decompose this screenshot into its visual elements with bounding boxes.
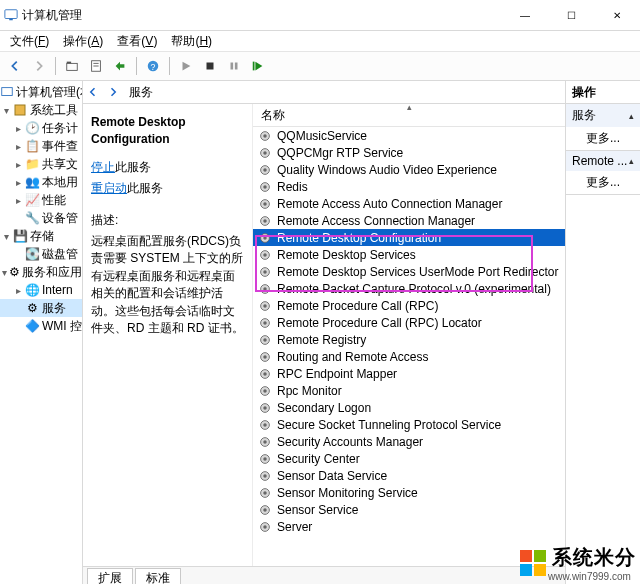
nav-internet[interactable]: ▸🌐Intern <box>0 281 82 299</box>
nav-task-scheduler[interactable]: ▸🕑任务计 <box>0 119 82 137</box>
pause-button[interactable] <box>223 55 245 77</box>
play-button[interactable] <box>175 55 197 77</box>
svg-point-34 <box>263 287 267 291</box>
svg-rect-3 <box>67 62 71 64</box>
center-header-title: 服务 <box>123 84 153 101</box>
restart-service-link[interactable]: 重启动 <box>91 181 127 195</box>
service-name: Sensor Data Service <box>277 469 387 483</box>
tab-extended[interactable]: 扩展 <box>87 568 133 584</box>
service-list[interactable]: 名称 ▴ QQMusicServiceQQPCMgr RTP ServiceQu… <box>253 104 565 566</box>
restart-button[interactable] <box>247 55 269 77</box>
nav-wmi[interactable]: 🔷WMI 控 <box>0 317 82 335</box>
menu-view[interactable]: 查看(V) <box>111 31 163 52</box>
maximize-button[interactable]: ☐ <box>548 0 594 30</box>
svg-rect-9 <box>207 63 214 70</box>
service-row[interactable]: Secure Socket Tunneling Protocol Service <box>253 416 565 433</box>
menu-help[interactable]: 帮助(H) <box>165 31 218 52</box>
service-row[interactable]: Security Center <box>253 450 565 467</box>
nav-root-node[interactable]: 计算机管理(本 <box>0 83 82 101</box>
svg-text:?: ? <box>151 62 156 72</box>
gear-icon <box>257 264 273 280</box>
svg-point-28 <box>263 236 267 240</box>
app-icon <box>0 8 22 22</box>
gear-icon <box>257 213 273 229</box>
stop-button[interactable] <box>199 55 221 77</box>
nav-shared-folders[interactable]: ▸📁共享文 <box>0 155 82 173</box>
stop-service-link[interactable]: 停止 <box>91 160 115 174</box>
gear-icon <box>257 502 273 518</box>
nav-local-users[interactable]: ▸👥本地用 <box>0 173 82 191</box>
service-row[interactable]: Remote Desktop Services UserMode Port Re… <box>253 263 565 280</box>
service-row[interactable]: Redis <box>253 178 565 195</box>
menu-action[interactable]: 操作(A) <box>57 31 109 52</box>
tab-standard[interactable]: 标准 <box>135 568 181 584</box>
column-header-name[interactable]: 名称 ▴ <box>253 104 565 127</box>
forward-button[interactable] <box>28 55 50 77</box>
service-row[interactable]: Remote Desktop Services <box>253 246 565 263</box>
service-row[interactable]: Sensor Monitoring Service <box>253 484 565 501</box>
service-row[interactable]: Secondary Logon <box>253 399 565 416</box>
service-detail-pane: Remote Desktop Configuration 停止此服务 重启动此服… <box>83 104 253 566</box>
gear-icon <box>257 519 273 535</box>
svg-point-18 <box>263 151 267 155</box>
svg-rect-10 <box>231 63 234 70</box>
menu-file[interactable]: 文件(F) <box>4 31 55 52</box>
properties-button[interactable] <box>85 55 107 77</box>
service-name: Redis <box>277 180 308 194</box>
service-row[interactable]: Rpc Monitor <box>253 382 565 399</box>
service-row[interactable]: Sensor Data Service <box>253 467 565 484</box>
nav-storage[interactable]: ▾💾存储 <box>0 227 82 245</box>
gear-icon <box>257 383 273 399</box>
gear-icon <box>257 247 273 263</box>
nav-system-tools[interactable]: ▾系统工具 <box>0 101 82 119</box>
service-row[interactable]: QQMusicService <box>253 127 565 144</box>
service-row[interactable]: Security Accounts Manager <box>253 433 565 450</box>
actions-section-selected[interactable]: Remote ...▴ <box>566 151 640 171</box>
sort-indicator-icon: ▴ <box>407 104 412 112</box>
gear-icon <box>257 434 273 450</box>
nav-services[interactable]: ⚙服务 <box>0 299 82 317</box>
minimize-button[interactable]: — <box>502 0 548 30</box>
nav-disk-management[interactable]: 💽磁盘管 <box>0 245 82 263</box>
service-row[interactable]: Remote Access Connection Manager <box>253 212 565 229</box>
actions-more-services[interactable]: 更多... <box>566 127 640 150</box>
service-row[interactable]: RPC Endpoint Mapper <box>253 365 565 382</box>
close-button[interactable]: ✕ <box>594 0 640 30</box>
gear-icon <box>257 332 273 348</box>
service-row[interactable]: Routing and Remote Access <box>253 348 565 365</box>
service-row[interactable]: Server <box>253 518 565 535</box>
back-button[interactable] <box>4 55 26 77</box>
svg-point-22 <box>263 185 267 189</box>
center-back-icon[interactable] <box>83 82 103 102</box>
help-button[interactable]: ? <box>142 55 164 77</box>
service-row[interactable]: QQPCMgr RTP Service <box>253 144 565 161</box>
service-row[interactable]: Remote Procedure Call (RPC) <box>253 297 565 314</box>
actions-more-selected[interactable]: 更多... <box>566 171 640 194</box>
service-row[interactable]: Sensor Service <box>253 501 565 518</box>
center-forward-icon[interactable] <box>103 82 123 102</box>
nav-services-apps[interactable]: ▾⚙服务和应用 <box>0 263 82 281</box>
description-label: 描述: <box>91 212 244 229</box>
actions-section-services[interactable]: 服务▴ <box>566 104 640 127</box>
export-button[interactable] <box>109 55 131 77</box>
nav-event-viewer[interactable]: ▸📋事件查 <box>0 137 82 155</box>
gear-icon <box>257 298 273 314</box>
service-name: Rpc Monitor <box>277 384 342 398</box>
service-row[interactable]: Remote Packet Capture Protocol v.0 (expe… <box>253 280 565 297</box>
service-row[interactable]: Remote Desktop Configuration <box>253 229 565 246</box>
svg-point-38 <box>263 321 267 325</box>
service-name: Remote Access Connection Manager <box>277 214 475 228</box>
nav-device-manager[interactable]: 🔧设备管 <box>0 209 82 227</box>
gear-icon <box>257 485 273 501</box>
nav-tree[interactable]: 计算机管理(本 ▾系统工具 ▸🕑任务计 ▸📋事件查 ▸📁共享文 ▸👥本地用 ▸📈… <box>0 81 83 584</box>
service-row[interactable]: Remote Procedure Call (RPC) Locator <box>253 314 565 331</box>
service-row[interactable]: Quality Windows Audio Video Experience <box>253 161 565 178</box>
service-name: Server <box>277 520 312 534</box>
svg-point-24 <box>263 202 267 206</box>
nav-performance[interactable]: ▸📈性能 <box>0 191 82 209</box>
svg-point-40 <box>263 338 267 342</box>
svg-point-62 <box>263 525 267 529</box>
service-row[interactable]: Remote Registry <box>253 331 565 348</box>
service-row[interactable]: Remote Access Auto Connection Manager <box>253 195 565 212</box>
up-button[interactable] <box>61 55 83 77</box>
